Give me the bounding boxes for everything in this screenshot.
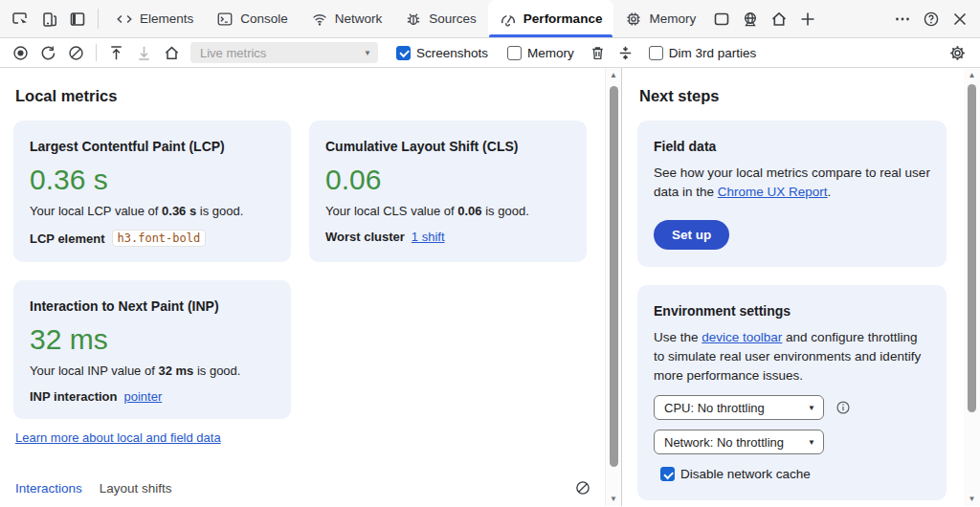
cls-card: Cumulative Layout Shift (CLS) 0.06 Your …	[309, 121, 587, 262]
block-icon	[574, 479, 591, 496]
scroll-down-icon[interactable]: ▼	[964, 492, 980, 506]
tab-memory[interactable]: Memory	[613, 0, 707, 37]
cpu-info-button[interactable]	[835, 399, 852, 416]
inp-card-title: Interaction to Next Paint (INP)	[30, 298, 275, 314]
network-conditions-button[interactable]	[736, 0, 765, 37]
chevron-down-icon: ▼	[808, 438, 815, 447]
disable-cache-checkbox[interactable]	[660, 467, 675, 481]
inp-interaction-link[interactable]: pointer	[124, 389, 163, 404]
set-up-button[interactable]: Set up	[654, 220, 729, 250]
inp-interaction-row: INP interaction pointer	[30, 389, 275, 404]
application-panel-button[interactable]	[707, 0, 736, 37]
capture-settings-button[interactable]	[945, 40, 970, 65]
toolbar-separator	[96, 44, 97, 61]
home-icon	[769, 10, 789, 29]
load-profile-button[interactable]	[103, 40, 129, 65]
tab-network[interactable]: Network	[300, 0, 394, 37]
tab-elements[interactable]: Elements	[104, 0, 205, 37]
trash-icon	[589, 44, 607, 62]
inp-interaction-label: INP interaction	[30, 389, 118, 404]
cls-worst-cluster-label: Worst cluster	[325, 230, 405, 244]
chevron-down-icon: ▼	[808, 404, 815, 412]
memory-checkbox-label[interactable]: Memory	[507, 46, 574, 60]
environment-settings-title: Environment settings	[654, 303, 930, 319]
next-steps-panel: Next steps Field data See how your local…	[622, 68, 964, 506]
tab-performance[interactable]: Performance	[488, 0, 614, 37]
clear-button[interactable]	[63, 40, 89, 65]
customize-devtools-button[interactable]	[888, 10, 917, 29]
environment-settings-text: Use the device toolbar and configure thr…	[654, 328, 930, 386]
scroll-down-icon[interactable]: ▼	[606, 492, 621, 506]
info-icon	[835, 399, 852, 416]
live-metrics-home-button[interactable]	[159, 40, 185, 65]
inp-card: Interaction to Next Paint (INP) 32 ms Yo…	[13, 280, 291, 419]
performance-panel-body: Local metrics Largest Contentful Paint (…	[0, 68, 980, 506]
cpu-throttling-select[interactable]: CPU: No throttling ▼	[654, 395, 824, 420]
right-panel-scrollbar[interactable]: ▲ ▼	[964, 68, 980, 506]
screenshots-checkbox-label[interactable]: Screenshots	[396, 46, 488, 60]
cls-description: Your local CLS value of 0.06 is good.	[325, 204, 570, 218]
more-tabs-button[interactable]	[793, 0, 822, 37]
cpu-throttling-row: CPU: No throttling ▼	[654, 395, 930, 420]
network-throttling-row: Network: No throttling ▼	[654, 430, 930, 454]
tab-layout-shifts[interactable]: Layout shifts	[100, 481, 172, 496]
devtools-window: Elements Console Network	[0, 0, 980, 506]
cls-value: 0.06	[325, 164, 570, 196]
device-toolbar-button[interactable]	[34, 0, 63, 37]
scrollbar-thumb[interactable]	[968, 84, 976, 411]
screenshots-checkbox[interactable]	[396, 46, 411, 60]
tab-label: Memory	[649, 11, 696, 26]
history-select[interactable]: Live metrics ▼	[190, 42, 378, 63]
tab-interactions[interactable]: Interactions	[15, 481, 82, 496]
tabbar-right-controls	[888, 0, 980, 37]
lcp-card-title: Largest Contentful Paint (LCP)	[30, 139, 275, 154]
tab-label: Elements	[140, 11, 193, 26]
help-button[interactable]	[917, 10, 946, 29]
globe-icon	[741, 10, 760, 29]
clear-log-button[interactable]	[574, 479, 591, 496]
clear-storage-button[interactable]	[585, 40, 611, 65]
save-profile-button[interactable]	[131, 40, 157, 65]
sources-icon	[405, 11, 422, 28]
scroll-up-icon[interactable]: ▲	[606, 68, 621, 82]
left-panel-scrollbar[interactable]: ▲ ▼	[605, 68, 621, 506]
dock-side-button[interactable]	[63, 0, 92, 37]
environment-settings-card: Environment settings Use the device tool…	[637, 285, 947, 501]
scrollbar-thumb[interactable]	[610, 86, 618, 467]
disable-cache-checkbox-label[interactable]: Disable network cache	[660, 467, 930, 481]
inspect-element-button[interactable]	[6, 0, 34, 37]
cls-card-title: Cumulative Layout Shift (CLS)	[325, 139, 570, 154]
cls-worst-cluster-link[interactable]: 1 shift	[412, 230, 445, 244]
tab-sources[interactable]: Sources	[393, 0, 488, 37]
record-and-reload-button[interactable]	[35, 40, 61, 65]
record-button[interactable]	[8, 40, 33, 65]
tab-label: Performance	[523, 11, 603, 26]
tab-console[interactable]: Console	[205, 0, 300, 37]
close-icon	[950, 10, 969, 29]
dim-3rd-parties-checkbox[interactable]	[649, 46, 663, 60]
crux-report-link[interactable]: Chrome UX Report	[718, 185, 828, 199]
collect-garbage-button[interactable]	[612, 40, 638, 65]
local-metrics-title: Local metrics	[15, 87, 590, 105]
network-throttling-select[interactable]: Network: No throttling ▼	[654, 430, 824, 454]
memory-icon	[625, 11, 642, 28]
tab-label: Console	[240, 11, 288, 26]
performance-icon	[500, 11, 517, 28]
more-icon	[893, 10, 912, 29]
panel-tabbar: Elements Console Network	[0, 0, 980, 38]
lcp-element-node[interactable]: h3.font-bold	[112, 230, 207, 247]
next-steps-title: Next steps	[639, 87, 947, 105]
field-data-text: See how your local metrics compare to re…	[654, 164, 930, 203]
dim-3rd-parties-checkbox-label[interactable]: Dim 3rd parties	[649, 46, 757, 60]
code-icon	[116, 11, 133, 28]
chevron-down-icon: ▼	[364, 49, 371, 57]
lcp-element-row: LCP element h3.font-bold	[30, 230, 275, 247]
learn-more-link[interactable]: Learn more about local and field data	[15, 430, 221, 445]
close-devtools-button[interactable]	[946, 10, 974, 29]
home-panel-button[interactable]	[765, 0, 793, 37]
gear-icon	[948, 44, 967, 62]
scroll-up-icon[interactable]: ▲	[964, 68, 980, 82]
memory-checkbox[interactable]	[507, 46, 522, 60]
device-toolbar-link[interactable]: device toolbar	[702, 330, 782, 344]
dock-side-icon	[68, 10, 87, 29]
